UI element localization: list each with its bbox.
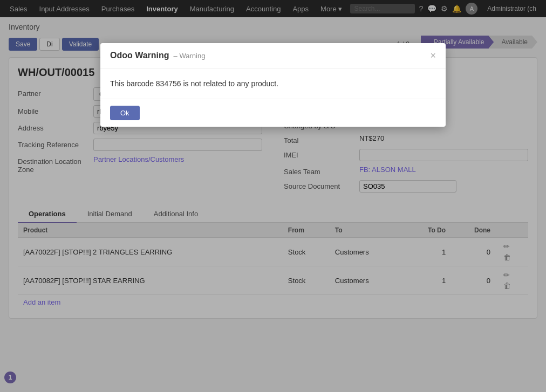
modal-body: This barcode 834756 is not related to an…	[100, 68, 446, 99]
modal-title-wrap: Odoo Warning – Warning	[110, 51, 205, 60]
modal-subtitle: – Warning	[174, 52, 206, 60]
modal-message: This barcode 834756 is not related to an…	[110, 79, 278, 88]
modal-ok-button[interactable]: Ok	[110, 106, 140, 120]
modal-close-button[interactable]: ×	[430, 51, 436, 60]
modal-overlay: Odoo Warning – Warning × This barcode 83…	[0, 0, 546, 331]
modal-footer: Ok	[100, 99, 446, 127]
modal-title: Odoo Warning	[110, 51, 169, 60]
warning-modal: Odoo Warning – Warning × This barcode 83…	[100, 43, 446, 127]
modal-header: Odoo Warning – Warning ×	[100, 43, 446, 68]
